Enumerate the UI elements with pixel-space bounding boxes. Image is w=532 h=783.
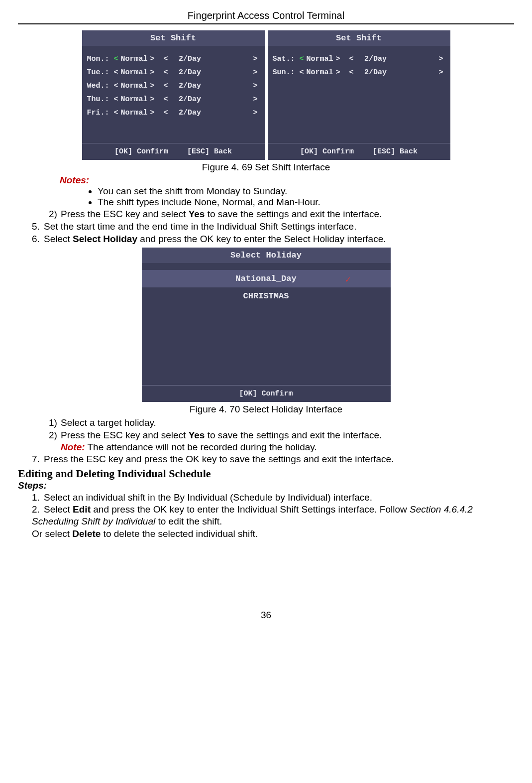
chevron-right-icon: > bbox=[251, 68, 259, 77]
shift-type-value: Normal bbox=[120, 82, 148, 90]
holiday-item: National_Day✓ bbox=[142, 270, 391, 287]
chevron-left-icon: < bbox=[112, 95, 120, 104]
page-number: 36 bbox=[18, 610, 514, 621]
substep-1: 1)Select a target holiday. bbox=[49, 417, 514, 429]
chevron-left-icon: < bbox=[162, 68, 170, 77]
notes-label: Notes: bbox=[60, 175, 514, 186]
panel-title: Set Shift bbox=[268, 30, 450, 46]
step-6: 6.Select Select Holiday and press the OK… bbox=[32, 233, 514, 245]
step-5: 5.Set the start time and the end time in… bbox=[32, 221, 514, 233]
shift-type-value: Normal bbox=[120, 68, 148, 77]
shift-freq-value: 2/Day bbox=[170, 55, 210, 63]
chevron-left-icon: < bbox=[298, 55, 306, 63]
shift-type-value: Normal bbox=[120, 109, 148, 117]
shift-day-label: Sun.: bbox=[273, 68, 298, 77]
chevron-right-icon: > bbox=[148, 68, 157, 77]
chevron-left-icon: < bbox=[112, 68, 120, 77]
chevron-right-icon: > bbox=[251, 82, 259, 90]
check-icon: ✓ bbox=[345, 274, 351, 285]
substep-2: 2)Press the ESC key and select Yes to sa… bbox=[49, 208, 514, 220]
note-item: You can set the shift from Monday to Sun… bbox=[98, 186, 514, 197]
shift-day-label: Fri.: bbox=[87, 109, 112, 117]
chevron-left-icon: < bbox=[298, 68, 306, 77]
shift-freq-value: 2/Day bbox=[170, 95, 210, 104]
ok-confirm-label: [OK] Confirm bbox=[300, 147, 354, 156]
panel-footer: [OK] Confirm bbox=[142, 385, 391, 402]
chevron-left-icon: < bbox=[162, 55, 170, 63]
chevron-right-icon: > bbox=[148, 109, 157, 117]
shift-freq-value: 2/Day bbox=[170, 109, 210, 117]
holiday-item-label: National_Day bbox=[235, 274, 296, 283]
shift-row: Sat.:<Normal><2/Day> bbox=[273, 55, 445, 63]
shift-day-label: Mon.: bbox=[87, 55, 112, 63]
figure-caption-1: Figure 4. 69 Set Shift Interface bbox=[18, 162, 514, 173]
section-heading: Editing and Deleting Individual Schedule bbox=[18, 467, 514, 480]
shift-row: Tue.:<Normal><2/Day> bbox=[87, 68, 260, 77]
chevron-right-icon: > bbox=[148, 95, 157, 104]
substep-2: 2)Press the ESC key and select Yes to sa… bbox=[49, 429, 514, 441]
page-header: Fingerprint Access Control Terminal bbox=[18, 10, 514, 24]
chevron-left-icon: < bbox=[162, 109, 170, 117]
panel-footer: [OK] Confirm [ESC] Back bbox=[82, 143, 265, 160]
chevron-left-icon: < bbox=[162, 82, 170, 90]
shift-row: Fri.:<Normal><2/Day> bbox=[87, 109, 260, 117]
set-shift-panel-left: Set Shift Mon.:<Normal><2/Day>Tue.:<Norm… bbox=[82, 30, 265, 160]
select-holiday-screenshot: Select Holiday National_Day✓CHRISTMAS [O… bbox=[142, 248, 391, 402]
shift-row: Wed.:<Normal><2/Day> bbox=[87, 82, 260, 90]
shift-freq-value: 2/Day bbox=[170, 68, 210, 77]
chevron-right-icon: > bbox=[148, 82, 157, 90]
shift-day-label: Thu.: bbox=[87, 95, 112, 104]
esc-back-label: [ESC] Back bbox=[373, 147, 418, 156]
step-7: 7.Press the ESC key and press the OK key… bbox=[32, 453, 514, 465]
chevron-right-icon: > bbox=[334, 68, 342, 77]
chevron-left-icon: < bbox=[112, 82, 120, 90]
edit-step-2: 2.Select Edit and press the OK key to en… bbox=[32, 504, 514, 527]
chevron-left-icon: < bbox=[347, 55, 356, 63]
shift-day-label: Wed.: bbox=[87, 82, 112, 90]
chevron-right-icon: > bbox=[436, 68, 445, 77]
note-item: The shift types include None, Normal, an… bbox=[98, 197, 514, 208]
esc-back-label: [ESC] Back bbox=[187, 147, 232, 156]
shift-type-value: Normal bbox=[306, 55, 334, 63]
shift-freq-value: 2/Day bbox=[356, 68, 396, 77]
shift-day-label: Sat.: bbox=[273, 55, 298, 63]
panel-title: Select Holiday bbox=[142, 248, 391, 263]
shift-day-label: Tue.: bbox=[87, 68, 112, 77]
chevron-left-icon: < bbox=[112, 109, 120, 117]
shift-row: Sun.:<Normal><2/Day> bbox=[273, 68, 445, 77]
chevron-right-icon: > bbox=[251, 55, 259, 63]
chevron-right-icon: > bbox=[251, 109, 259, 117]
panel-footer: [OK] Confirm [ESC] Back bbox=[268, 143, 450, 160]
holiday-item-label: CHRISTMAS bbox=[243, 291, 289, 301]
shift-type-value: Normal bbox=[306, 68, 334, 77]
shift-row: Thu.:<Normal><2/Day> bbox=[87, 95, 260, 104]
shift-type-value: Normal bbox=[120, 55, 148, 63]
ok-confirm-label: [OK] Confirm bbox=[114, 147, 168, 156]
shift-freq-value: 2/Day bbox=[170, 82, 210, 90]
edit-step-1: 1.Select an individual shift in the By I… bbox=[32, 492, 514, 504]
set-shift-panel-right: Set Shift Sat.:<Normal><2/Day>Sun.:<Norm… bbox=[268, 30, 450, 160]
set-shift-screenshot: Set Shift Mon.:<Normal><2/Day>Tue.:<Norm… bbox=[82, 30, 450, 160]
chevron-right-icon: > bbox=[251, 95, 259, 104]
shift-freq-value: 2/Day bbox=[356, 55, 396, 63]
substep-2-note: Note: The attendance will not be recorde… bbox=[61, 442, 514, 453]
panel-title: Set Shift bbox=[82, 30, 265, 46]
chevron-right-icon: > bbox=[436, 55, 445, 63]
chevron-left-icon: < bbox=[112, 55, 120, 63]
steps-label: Steps: bbox=[18, 480, 514, 491]
edit-step-2-or: Or select Delete to delete the selected … bbox=[32, 528, 514, 540]
shift-type-value: Normal bbox=[120, 95, 148, 104]
shift-row: Mon.:<Normal><2/Day> bbox=[87, 55, 260, 63]
notes-list: You can set the shift from Monday to Sun… bbox=[98, 186, 514, 208]
chevron-right-icon: > bbox=[334, 55, 342, 63]
chevron-left-icon: < bbox=[347, 68, 356, 77]
chevron-right-icon: > bbox=[148, 55, 157, 63]
holiday-item: CHRISTMAS bbox=[142, 287, 391, 305]
chevron-left-icon: < bbox=[162, 95, 170, 104]
figure-caption-2: Figure 4. 70 Select Holiday Interface bbox=[18, 404, 514, 415]
